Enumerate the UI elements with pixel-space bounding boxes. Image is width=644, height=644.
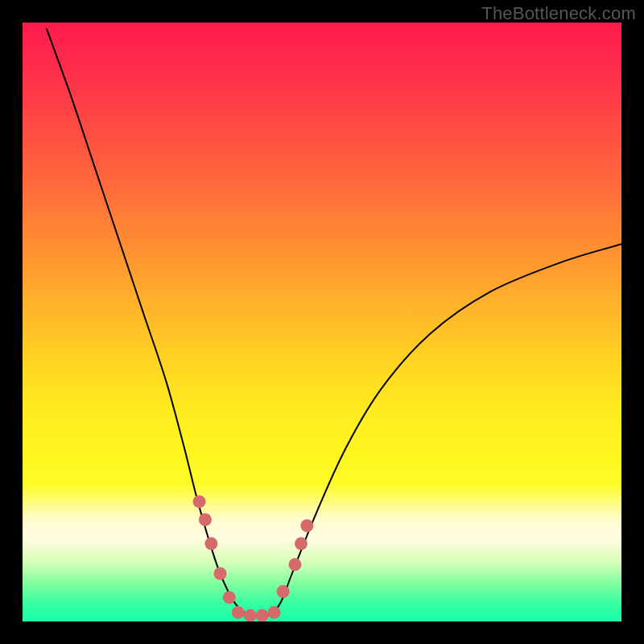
curve-marker bbox=[300, 519, 313, 532]
curve-marker bbox=[193, 495, 206, 508]
curve-marker bbox=[244, 609, 257, 621]
curve-marker bbox=[214, 568, 227, 580]
chart-frame: TheBottleneck.com bbox=[0, 0, 644, 644]
curve-marker bbox=[289, 558, 302, 571]
curve-marker bbox=[204, 537, 217, 550]
curve-markers bbox=[193, 495, 314, 621]
curve-marker bbox=[295, 537, 308, 550]
curve-marker bbox=[268, 606, 281, 619]
curve-marker bbox=[277, 585, 290, 598]
curve-marker bbox=[232, 606, 245, 619]
bottleneck-curve bbox=[23, 23, 621, 621]
curve-path bbox=[47, 28, 621, 617]
curve-marker bbox=[199, 514, 212, 526]
curve-marker bbox=[223, 591, 236, 604]
curve-marker bbox=[256, 609, 269, 621]
watermark-text: TheBottleneck.com bbox=[481, 3, 636, 24]
plot-area bbox=[23, 23, 621, 621]
